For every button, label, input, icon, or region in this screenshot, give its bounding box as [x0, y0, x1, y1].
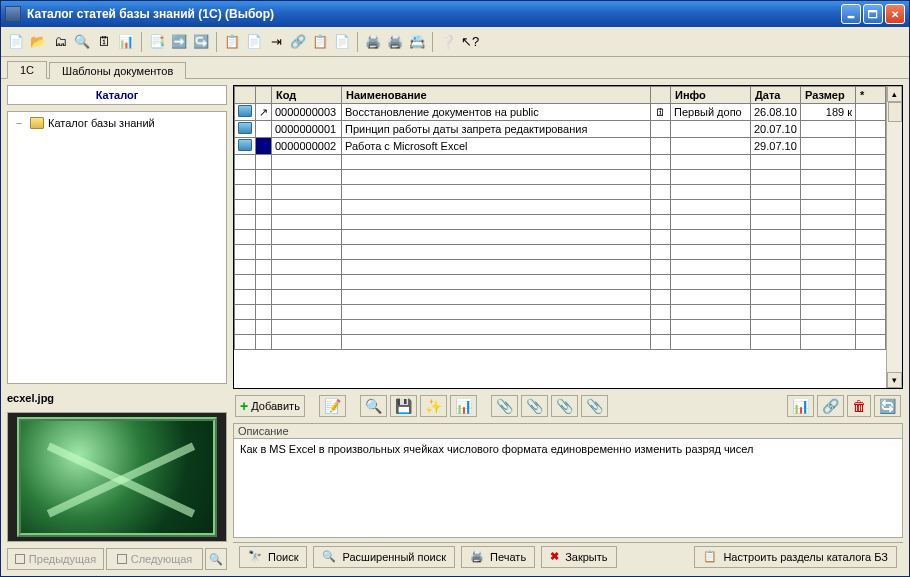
- col-star[interactable]: *: [856, 87, 886, 104]
- copy2-button[interactable]: 📎: [521, 395, 548, 417]
- tree-root-item[interactable]: − Каталог базы знаний: [12, 116, 222, 130]
- export-button[interactable]: 📊: [787, 395, 814, 417]
- toolbar-icon-11[interactable]: 📄: [245, 33, 263, 51]
- table-row[interactable]: [235, 215, 886, 230]
- adv-search-button[interactable]: 🔍Расширенный поиск: [313, 546, 455, 568]
- table-row[interactable]: [235, 155, 886, 170]
- toolbar-sep-1: [141, 32, 142, 52]
- config-catalog-button[interactable]: 📋Настроить разделы каталога БЗ: [694, 546, 897, 568]
- prev-button[interactable]: Предыдущая: [7, 548, 104, 570]
- folder-icon: [30, 117, 44, 129]
- toolbar-icon-1[interactable]: 📄: [7, 33, 25, 51]
- toolbar-icon-8[interactable]: ➡️: [170, 33, 188, 51]
- table-row[interactable]: [235, 185, 886, 200]
- table-row[interactable]: [235, 275, 886, 290]
- preview-filename: ecxel.jpg: [7, 390, 227, 406]
- toolbar-icon-7[interactable]: 📑: [148, 33, 166, 51]
- table-row[interactable]: [235, 200, 886, 215]
- wand-icon: ✨: [425, 399, 442, 413]
- add-button[interactable]: + Добавить: [235, 395, 305, 417]
- catalog-header: Каталог: [7, 85, 227, 105]
- toolbar-icon-3[interactable]: 🗂: [51, 33, 69, 51]
- table-row[interactable]: [235, 245, 886, 260]
- toolbar-icon-17[interactable]: 🖨️: [386, 33, 404, 51]
- copy4-button[interactable]: 📎: [581, 395, 608, 417]
- next-button[interactable]: Следующая: [106, 548, 203, 570]
- description-text[interactable]: Как в MS Excel в произвольных ячейках чи…: [234, 438, 902, 537]
- print-button[interactable]: 🖨️Печать: [461, 546, 535, 568]
- table-row[interactable]: 0000000002Работа с Microsoft Excel29.07.…: [235, 138, 886, 155]
- tree-expand-icon[interactable]: −: [12, 117, 26, 129]
- preview-search-button[interactable]: 🔍: [205, 548, 227, 570]
- tree-root-label: Каталог базы знаний: [48, 117, 155, 129]
- wizard-button[interactable]: ✨: [420, 395, 447, 417]
- table-row[interactable]: 0000000001Принцип работы даты запрета ре…: [235, 121, 886, 138]
- toolbar-icon-13[interactable]: 🔗: [289, 33, 307, 51]
- tab-templates[interactable]: Шаблоны документов: [49, 62, 186, 79]
- col-date[interactable]: Дата: [751, 87, 801, 104]
- save-button[interactable]: 💾: [390, 395, 417, 417]
- col-size[interactable]: Размер: [801, 87, 856, 104]
- toolbar-icon-4[interactable]: 🔍: [73, 33, 91, 51]
- toolbar-icon-6[interactable]: 📊: [117, 33, 135, 51]
- scroll-down-button[interactable]: ▾: [887, 372, 902, 388]
- scroll-up-button[interactable]: ▴: [887, 86, 902, 102]
- search-button[interactable]: 🔭Поиск: [239, 546, 307, 568]
- toolbar-icon-10[interactable]: 📋: [223, 33, 241, 51]
- table-row[interactable]: [235, 305, 886, 320]
- toolbar-icon-16[interactable]: 🖨️: [364, 33, 382, 51]
- refresh-button[interactable]: 🔄: [874, 395, 901, 417]
- window-title: Каталог статей базы знаний (1С) (Выбор): [27, 7, 841, 21]
- toolbar-icon-9[interactable]: ↪️: [192, 33, 210, 51]
- table-row[interactable]: [235, 260, 886, 275]
- table-row[interactable]: [235, 320, 886, 335]
- save-icon: 💾: [395, 399, 412, 413]
- table-row[interactable]: [235, 230, 886, 245]
- table-row[interactable]: ↗0000000003Восстановление документов на …: [235, 104, 886, 121]
- toolbar-whatsthis-icon[interactable]: ↖?: [461, 33, 479, 51]
- toolbar-icon-18[interactable]: 📇: [408, 33, 426, 51]
- list-icon: 📋: [703, 550, 717, 563]
- close-button[interactable]: ✖Закрыть: [541, 546, 616, 568]
- maximize-button[interactable]: 🗖: [863, 4, 883, 24]
- zoom-button[interactable]: 🔍: [360, 395, 387, 417]
- toolbar-sep-3: [357, 32, 358, 52]
- col-info[interactable]: Инфо: [671, 87, 751, 104]
- col-mark[interactable]: [256, 87, 272, 104]
- row-folder-icon: [238, 105, 252, 117]
- catalog-tree[interactable]: − Каталог базы знаний: [7, 111, 227, 384]
- data-grid[interactable]: Код Наименование Инфо Дата Размер * ↗000…: [234, 86, 886, 350]
- toolbar-icon-2[interactable]: 📂: [29, 33, 47, 51]
- toolbar-icon-15[interactable]: 📄: [333, 33, 351, 51]
- col-flag[interactable]: [651, 87, 671, 104]
- link-button[interactable]: 🔗: [817, 395, 844, 417]
- minimize-button[interactable]: 🗕: [841, 4, 861, 24]
- table-row[interactable]: [235, 170, 886, 185]
- col-name[interactable]: Наименование: [342, 87, 651, 104]
- edit-icon: 📝: [324, 399, 341, 413]
- copy3-button[interactable]: 📎: [551, 395, 578, 417]
- toolbar-icon-5[interactable]: 🗓: [95, 33, 113, 51]
- scroll-thumb[interactable]: [888, 102, 902, 122]
- table-row[interactable]: [235, 290, 886, 305]
- close-window-button[interactable]: ✕: [885, 4, 905, 24]
- table-row[interactable]: [235, 335, 886, 350]
- magnifier-icon: 🔍: [322, 550, 336, 563]
- chart-button[interactable]: 📊: [450, 395, 477, 417]
- grid-scroll[interactable]: Код Наименование Инфо Дата Размер * ↗000…: [234, 86, 886, 388]
- grid-vscrollbar[interactable]: ▴ ▾: [886, 86, 902, 388]
- edit-button[interactable]: 📝: [319, 395, 346, 417]
- main-area: Каталог − Каталог базы знаний ecxel.jpg …: [1, 79, 909, 576]
- row-folder-icon: [238, 139, 252, 151]
- col-icon[interactable]: [235, 87, 256, 104]
- scroll-track[interactable]: [887, 102, 902, 372]
- export-icon: 📊: [792, 399, 809, 413]
- del-button[interactable]: 🗑: [847, 395, 871, 417]
- del-icon: 🗑: [852, 399, 866, 413]
- toolbar-icon-12[interactable]: ⇥: [267, 33, 285, 51]
- copy-button[interactable]: 📎: [491, 395, 518, 417]
- tab-1c[interactable]: 1С: [7, 61, 47, 79]
- toolbar-help-icon[interactable]: ❔: [439, 33, 457, 51]
- toolbar-icon-14[interactable]: 📋: [311, 33, 329, 51]
- col-code[interactable]: Код: [272, 87, 342, 104]
